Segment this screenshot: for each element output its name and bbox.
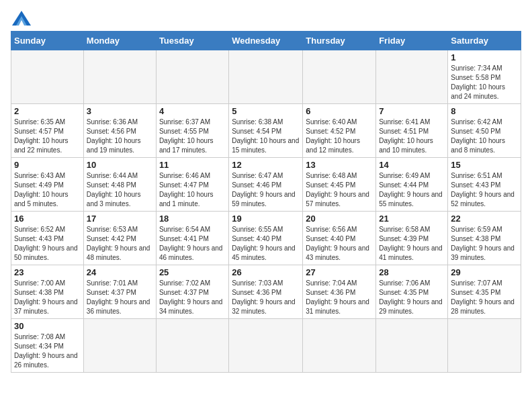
day-number: 24	[87, 267, 153, 277]
calendar-cell	[83, 319, 156, 373]
calendar-cell: 8Sunrise: 6:42 AM Sunset: 4:50 PM Daylig…	[448, 104, 521, 158]
calendar-cell	[376, 50, 448, 104]
calendar-cell: 27Sunrise: 7:04 AM Sunset: 4:36 PM Dayli…	[303, 265, 376, 319]
day-info: Sunrise: 7:07 AM Sunset: 4:35 PM Dayligh…	[451, 279, 518, 316]
day-info: Sunrise: 6:36 AM Sunset: 4:56 PM Dayligh…	[87, 118, 153, 155]
day-info: Sunrise: 6:56 AM Sunset: 4:40 PM Dayligh…	[306, 225, 373, 263]
calendar-cell: 20Sunrise: 6:56 AM Sunset: 4:40 PM Dayli…	[303, 212, 376, 265]
calendar-week-row: 1Sunrise: 7:34 AM Sunset: 5:58 PM Daylig…	[11, 50, 521, 104]
day-number: 22	[451, 214, 518, 224]
day-number: 29	[451, 267, 518, 277]
day-number: 19	[232, 214, 300, 224]
day-number: 9	[14, 160, 81, 170]
page-header	[11, 11, 521, 26]
day-number: 27	[306, 267, 373, 277]
calendar-cell	[303, 50, 376, 104]
day-number: 4	[159, 106, 226, 116]
calendar-cell: 29Sunrise: 7:07 AM Sunset: 4:35 PM Dayli…	[448, 265, 521, 319]
calendar-cell	[303, 319, 376, 373]
day-number: 18	[159, 214, 226, 224]
day-number: 30	[14, 321, 81, 331]
day-number: 8	[451, 106, 518, 116]
day-info: Sunrise: 6:52 AM Sunset: 4:43 PM Dayligh…	[14, 225, 81, 263]
day-number: 2	[14, 106, 81, 116]
day-info: Sunrise: 6:53 AM Sunset: 4:42 PM Dayligh…	[87, 225, 153, 263]
day-number: 16	[14, 214, 81, 224]
calendar-header-sunday: Sunday	[11, 32, 84, 50]
calendar-cell: 5Sunrise: 6:38 AM Sunset: 4:54 PM Daylig…	[229, 104, 303, 158]
day-info: Sunrise: 6:38 AM Sunset: 4:54 PM Dayligh…	[232, 118, 300, 155]
calendar-header-wednesday: Wednesday	[229, 32, 303, 50]
day-number: 1	[451, 52, 518, 62]
calendar-cell	[83, 50, 156, 104]
day-number: 12	[232, 160, 300, 170]
day-info: Sunrise: 6:54 AM Sunset: 4:41 PM Dayligh…	[159, 225, 226, 263]
day-number: 10	[87, 160, 153, 170]
calendar-cell: 30Sunrise: 7:08 AM Sunset: 4:34 PM Dayli…	[11, 319, 84, 373]
day-info: Sunrise: 6:51 AM Sunset: 4:43 PM Dayligh…	[451, 171, 518, 209]
day-number: 23	[14, 267, 81, 277]
calendar-cell: 18Sunrise: 6:54 AM Sunset: 4:41 PM Dayli…	[156, 212, 228, 265]
day-info: Sunrise: 6:55 AM Sunset: 4:40 PM Dayligh…	[232, 225, 300, 263]
day-number: 7	[379, 106, 445, 116]
calendar-week-row: 9Sunrise: 6:43 AM Sunset: 4:49 PM Daylig…	[11, 158, 521, 212]
calendar-table: SundayMondayTuesdayWednesdayThursdayFrid…	[11, 31, 521, 373]
day-info: Sunrise: 7:02 AM Sunset: 4:37 PM Dayligh…	[159, 279, 226, 316]
day-number: 21	[379, 214, 445, 224]
calendar-cell: 17Sunrise: 6:53 AM Sunset: 4:42 PM Dayli…	[83, 212, 156, 265]
calendar-cell: 11Sunrise: 6:46 AM Sunset: 4:47 PM Dayli…	[156, 158, 228, 212]
calendar-cell: 21Sunrise: 6:58 AM Sunset: 4:39 PM Dayli…	[376, 212, 448, 265]
calendar-week-row: 23Sunrise: 7:00 AM Sunset: 4:38 PM Dayli…	[11, 265, 521, 319]
calendar-cell: 22Sunrise: 6:59 AM Sunset: 4:38 PM Dayli…	[448, 212, 521, 265]
day-info: Sunrise: 6:48 AM Sunset: 4:45 PM Dayligh…	[306, 171, 373, 209]
day-info: Sunrise: 6:44 AM Sunset: 4:48 PM Dayligh…	[87, 171, 153, 209]
calendar-cell: 1Sunrise: 7:34 AM Sunset: 5:58 PM Daylig…	[448, 50, 521, 104]
calendar-header-saturday: Saturday	[448, 32, 521, 50]
day-info: Sunrise: 6:40 AM Sunset: 4:52 PM Dayligh…	[306, 118, 373, 155]
day-info: Sunrise: 6:46 AM Sunset: 4:47 PM Dayligh…	[159, 171, 226, 209]
calendar-cell	[11, 50, 84, 104]
day-number: 11	[159, 160, 226, 170]
calendar-cell: 3Sunrise: 6:36 AM Sunset: 4:56 PM Daylig…	[83, 104, 156, 158]
day-info: Sunrise: 7:08 AM Sunset: 4:34 PM Dayligh…	[14, 332, 81, 370]
day-info: Sunrise: 6:43 AM Sunset: 4:49 PM Dayligh…	[14, 171, 81, 209]
calendar-cell: 15Sunrise: 6:51 AM Sunset: 4:43 PM Dayli…	[448, 158, 521, 212]
calendar-cell: 10Sunrise: 6:44 AM Sunset: 4:48 PM Dayli…	[83, 158, 156, 212]
calendar-cell: 14Sunrise: 6:49 AM Sunset: 4:44 PM Dayli…	[376, 158, 448, 212]
day-info: Sunrise: 7:04 AM Sunset: 4:36 PM Dayligh…	[306, 279, 373, 316]
day-number: 20	[306, 214, 373, 224]
calendar-cell: 26Sunrise: 7:03 AM Sunset: 4:36 PM Dayli…	[229, 265, 303, 319]
day-info: Sunrise: 7:00 AM Sunset: 4:38 PM Dayligh…	[14, 279, 81, 316]
calendar-header-friday: Friday	[376, 32, 448, 50]
day-info: Sunrise: 6:41 AM Sunset: 4:51 PM Dayligh…	[379, 118, 445, 155]
calendar-cell	[229, 50, 303, 104]
calendar-cell	[156, 319, 228, 373]
day-number: 28	[379, 267, 445, 277]
calendar-cell: 7Sunrise: 6:41 AM Sunset: 4:51 PM Daylig…	[376, 104, 448, 158]
calendar-cell: 6Sunrise: 6:40 AM Sunset: 4:52 PM Daylig…	[303, 104, 376, 158]
calendar-cell: 13Sunrise: 6:48 AM Sunset: 4:45 PM Dayli…	[303, 158, 376, 212]
day-number: 6	[306, 106, 373, 116]
day-info: Sunrise: 6:59 AM Sunset: 4:38 PM Dayligh…	[451, 225, 518, 263]
calendar-cell	[376, 319, 448, 373]
day-info: Sunrise: 6:47 AM Sunset: 4:46 PM Dayligh…	[232, 171, 300, 209]
calendar-header-monday: Monday	[83, 32, 156, 50]
calendar-header-row: SundayMondayTuesdayWednesdayThursdayFrid…	[11, 32, 521, 50]
day-info: Sunrise: 7:34 AM Sunset: 5:58 PM Dayligh…	[451, 64, 518, 101]
day-number: 13	[306, 160, 373, 170]
day-info: Sunrise: 6:49 AM Sunset: 4:44 PM Dayligh…	[379, 171, 445, 209]
calendar-cell: 12Sunrise: 6:47 AM Sunset: 4:46 PM Dayli…	[229, 158, 303, 212]
calendar-cell: 19Sunrise: 6:55 AM Sunset: 4:40 PM Dayli…	[229, 212, 303, 265]
day-info: Sunrise: 7:03 AM Sunset: 4:36 PM Dayligh…	[232, 279, 300, 316]
day-number: 25	[159, 267, 226, 277]
day-info: Sunrise: 6:35 AM Sunset: 4:57 PM Dayligh…	[14, 118, 81, 155]
calendar-header-tuesday: Tuesday	[156, 32, 228, 50]
day-info: Sunrise: 6:37 AM Sunset: 4:55 PM Dayligh…	[159, 118, 226, 155]
logo-icon	[12, 11, 31, 26]
calendar-cell: 2Sunrise: 6:35 AM Sunset: 4:57 PM Daylig…	[11, 104, 84, 158]
calendar-cell: 16Sunrise: 6:52 AM Sunset: 4:43 PM Dayli…	[11, 212, 84, 265]
day-info: Sunrise: 7:01 AM Sunset: 4:37 PM Dayligh…	[87, 279, 153, 316]
calendar-cell	[229, 319, 303, 373]
calendar-week-row: 30Sunrise: 7:08 AM Sunset: 4:34 PM Dayli…	[11, 319, 521, 373]
day-number: 14	[379, 160, 445, 170]
